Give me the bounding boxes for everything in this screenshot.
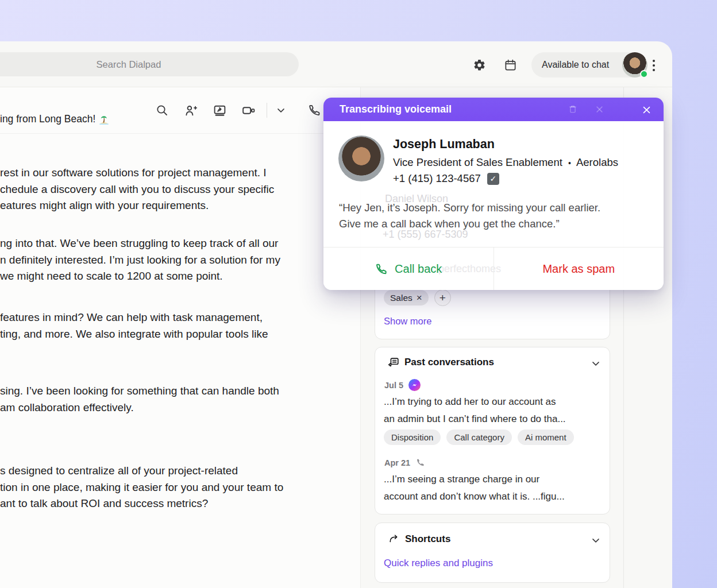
mark-spam-label: Mark as spam <box>542 262 615 276</box>
voicemail-popup: Daniel Wilson +1 (555) 667-5309 perfecth… <box>323 98 664 290</box>
calendar-button[interactable] <box>500 55 521 75</box>
video-call-button[interactable] <box>238 100 259 121</box>
contact-tags: Sales × + <box>384 289 451 306</box>
conversation-entry-date: Jul 5 <box>384 379 421 391</box>
chat-paragraph: sing. I’ve been looking for something th… <box>0 383 337 416</box>
caller-name: Joseph Lumaban <box>393 137 495 152</box>
screen: Search Dialpad Available to chat ing fro… <box>0 0 717 588</box>
phone-icon <box>307 103 321 117</box>
verified-checkbox[interactable]: ✓ <box>487 173 499 185</box>
toolbar-divider <box>267 103 267 118</box>
collapse-past-conversations-button[interactable] <box>589 357 602 370</box>
chat-toolbar <box>152 100 325 121</box>
tag-disposition[interactable]: Disposition <box>384 430 441 445</box>
check-icon: ✓ <box>489 174 496 183</box>
conversation-entry-date: Apr 21 <box>384 458 425 467</box>
search-placeholder: Search Dialpad <box>97 59 161 70</box>
bullet-separator: • <box>565 158 574 168</box>
remove-tag-icon[interactable]: × <box>417 293 422 303</box>
chat-paragraph: features in mind? We can help with task … <box>0 310 337 342</box>
conversation-preview[interactable]: ...I’m trying to add her to our account … <box>384 393 566 428</box>
screen-share-icon <box>213 103 227 118</box>
shortcuts-header: Shortcuts <box>388 533 450 545</box>
conversation-subject: ing from Long Beach! <box>0 113 109 125</box>
chevron-down-icon <box>590 535 602 546</box>
tag-ai-moment[interactable]: Ai moment <box>518 430 574 445</box>
conversation-tags: Disposition Call category Ai moment <box>384 430 574 445</box>
caller-phone-row: +1 (415) 123-4567 ✓ <box>393 172 499 185</box>
search-input[interactable]: Search Dialpad <box>0 52 299 76</box>
close-icon <box>642 105 652 115</box>
chat-header-divider <box>0 133 361 134</box>
more-options-button[interactable] <box>648 56 660 75</box>
shortcut-arrow-icon <box>388 533 400 545</box>
more-call-options-button[interactable] <box>273 100 289 121</box>
past-conversations-header: Past conversations <box>387 356 494 369</box>
close-icon <box>595 105 604 114</box>
search-icon <box>155 103 169 117</box>
phone-icon <box>375 262 388 276</box>
mark-as-spam-button[interactable]: Mark as spam <box>494 247 664 290</box>
phone-icon <box>415 458 425 467</box>
show-more-link[interactable]: Show more <box>384 316 431 327</box>
person-add-icon <box>184 103 198 118</box>
topbar-divider <box>0 87 672 87</box>
add-person-button[interactable] <box>180 100 201 121</box>
call-button[interactable] <box>304 100 325 121</box>
chevron-down-icon <box>590 358 602 369</box>
availability-label: Available to chat <box>531 60 609 70</box>
chat-paragraph: rest in our software solutions for proje… <box>0 165 337 214</box>
quick-replies-link[interactable]: Quick replies and plugins <box>384 558 493 569</box>
chat-paragraph: ng into that. We’ve been struggling to k… <box>0 235 337 285</box>
chevron-down-icon <box>275 105 287 116</box>
shortcuts-card <box>375 523 610 583</box>
call-back-label: Call back <box>395 262 442 276</box>
conversation-history-icon <box>387 356 400 369</box>
messenger-icon <box>408 379 421 391</box>
gear-icon <box>473 59 486 72</box>
voicemail-popup-header[interactable]: Transcribing voicemail <box>323 98 664 121</box>
popup-title: Transcribing voicemail <box>340 103 452 115</box>
tag-call-category[interactable]: Call category <box>446 430 512 445</box>
availability-status[interactable]: Available to chat <box>531 52 647 78</box>
caller-phone: +1 (415) 123-4567 <box>393 172 481 185</box>
voicemail-actions: Call back Mark as spam <box>323 247 664 290</box>
conversation-preview[interactable]: ...I’m seeing a strange charge in our ac… <box>384 471 565 505</box>
plus-icon: + <box>440 292 446 304</box>
search-in-conversation-button[interactable] <box>152 100 172 121</box>
voicemail-transcript: “Hey Jen, it’s Joseph. Sorry for missing… <box>339 200 600 232</box>
trash-icon <box>568 104 578 114</box>
settings-button[interactable] <box>469 55 489 75</box>
caller-title-company: Vice President of Sales Enablement • Aer… <box>393 156 618 169</box>
avatar[interactable] <box>622 52 647 78</box>
tag-sales[interactable]: Sales × <box>384 290 429 305</box>
add-tag-button[interactable]: + <box>434 289 451 306</box>
video-camera-icon <box>241 103 256 118</box>
online-status-dot <box>640 70 648 78</box>
chat-paragraph: s designed to centralize all of your pro… <box>0 463 337 512</box>
screen-share-button[interactable] <box>209 100 230 121</box>
desert-island-icon <box>99 114 109 125</box>
calendar-icon <box>504 59 517 72</box>
call-back-button[interactable]: Call back <box>323 247 494 290</box>
collapse-shortcuts-button[interactable] <box>589 534 602 547</box>
caller-avatar <box>338 136 384 181</box>
close-popup-button[interactable] <box>639 103 653 117</box>
